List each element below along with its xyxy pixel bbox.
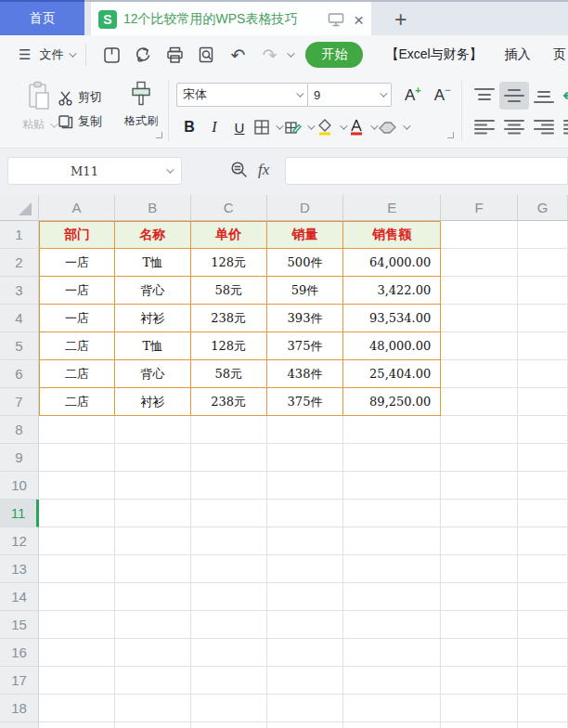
name-box[interactable]: M11 <box>7 157 182 185</box>
cell-G11[interactable] <box>518 500 568 527</box>
save-button[interactable] <box>96 42 127 68</box>
ribbon-tab-4[interactable]: 页 <box>553 46 566 63</box>
cell-D2[interactable]: 500件 <box>267 249 344 277</box>
document-tab[interactable]: S 12个比较常用的WPS表格技巧 × <box>91 2 371 37</box>
column-header-C[interactable]: C <box>191 195 267 221</box>
cell-F12[interactable] <box>441 527 518 555</box>
ribbon-tab-1[interactable]: 开始 <box>305 42 363 68</box>
cell-G4[interactable] <box>518 305 568 332</box>
cell-C10[interactable] <box>191 472 267 500</box>
close-tab-icon[interactable]: × <box>354 11 364 29</box>
cell-A1[interactable]: 部门 <box>39 221 115 249</box>
cell-E5[interactable]: 48,000.00 <box>343 332 441 360</box>
font-color-button[interactable] <box>348 115 376 139</box>
cell-C11[interactable] <box>191 500 267 527</box>
cell-E12[interactable] <box>343 527 441 555</box>
cell-G17[interactable] <box>518 667 568 695</box>
row-header-2[interactable]: 2 <box>0 249 39 277</box>
cell-A7[interactable]: 二店 <box>39 388 115 416</box>
cell-E18[interactable] <box>343 695 441 722</box>
italic-button[interactable]: I <box>203 115 226 139</box>
column-header-D[interactable]: D <box>267 195 344 221</box>
row-header-9[interactable]: 9 <box>0 444 39 472</box>
cell-D13[interactable] <box>267 555 344 583</box>
cell-C14[interactable] <box>191 583 267 611</box>
cell-F2[interactable] <box>441 249 518 277</box>
align-middle-button[interactable] <box>499 82 529 110</box>
cell-F14[interactable] <box>441 583 518 611</box>
cell-A18[interactable] <box>39 695 115 722</box>
row-header-12[interactable]: 12 <box>0 527 39 555</box>
cell-E7[interactable]: 89,250.00 <box>343 388 441 416</box>
cell-A13[interactable] <box>39 555 115 583</box>
cell-F9[interactable] <box>441 444 518 472</box>
cell-E15[interactable] <box>343 611 441 639</box>
cell-D1[interactable]: 销量 <box>267 221 344 249</box>
cell-B19[interactable] <box>115 722 191 728</box>
cell-G16[interactable] <box>518 639 568 667</box>
cell-B11[interactable] <box>115 500 191 527</box>
align-right-button[interactable] <box>529 113 559 141</box>
cell-C4[interactable]: 238元 <box>191 305 267 332</box>
cell-C7[interactable]: 238元 <box>191 388 267 416</box>
row-header-11[interactable]: 11 <box>0 500 39 527</box>
clipboard-group-expander-icon[interactable] <box>156 132 162 138</box>
format-painter-button[interactable]: 格式刷 <box>117 81 165 129</box>
cell-A12[interactable] <box>39 527 115 555</box>
column-header-E[interactable]: E <box>343 195 441 221</box>
cell-B18[interactable] <box>115 695 191 722</box>
cell-D17[interactable] <box>267 667 344 695</box>
cell-G14[interactable] <box>518 583 568 611</box>
cell-D7[interactable]: 375件 <box>267 388 344 416</box>
cell-F6[interactable] <box>441 360 518 388</box>
cell-B5[interactable]: T恤 <box>115 332 191 360</box>
cell-A11[interactable] <box>39 500 115 527</box>
cell-D19[interactable] <box>267 722 344 728</box>
cell-G18[interactable] <box>518 695 568 722</box>
cell-B10[interactable] <box>115 472 191 500</box>
bold-button[interactable]: B <box>178 115 200 139</box>
cell-B7[interactable]: 衬衫 <box>115 388 191 416</box>
cell-G2[interactable] <box>518 249 568 277</box>
cell-B4[interactable]: 衬衫 <box>115 305 191 332</box>
cell-B16[interactable] <box>115 639 191 667</box>
cell-C12[interactable] <box>191 527 267 555</box>
row-header-13[interactable]: 13 <box>0 555 39 583</box>
cell-A5[interactable]: 二店 <box>39 332 115 360</box>
cell-F17[interactable] <box>441 667 518 695</box>
cell-B9[interactable] <box>115 444 191 472</box>
cell-C17[interactable] <box>191 667 267 695</box>
cell-G19[interactable] <box>518 722 568 728</box>
cell-B12[interactable] <box>115 527 191 555</box>
home-tab[interactable]: 首页 <box>0 0 84 35</box>
cell-E17[interactable] <box>343 667 441 695</box>
cell-E4[interactable]: 93,534.00 <box>343 305 441 332</box>
cell-A3[interactable]: 一店 <box>39 277 115 305</box>
cell-E3[interactable]: 3,422.00 <box>343 277 441 305</box>
cell-B14[interactable] <box>115 583 191 611</box>
cell-E11[interactable] <box>343 500 441 527</box>
borders-button[interactable] <box>253 115 281 139</box>
cell-A9[interactable] <box>39 444 115 472</box>
cell-F10[interactable] <box>441 472 518 500</box>
insert-function-fx-button[interactable]: fx <box>258 161 269 179</box>
cell-B15[interactable] <box>115 611 191 639</box>
cell-A6[interactable]: 二店 <box>39 360 115 388</box>
cell-G7[interactable] <box>518 388 568 416</box>
cell-C18[interactable] <box>191 695 267 722</box>
row-header-1[interactable]: 1 <box>0 221 39 249</box>
cell-A19[interactable] <box>39 722 115 728</box>
cell-G6[interactable] <box>518 360 568 388</box>
cell-F5[interactable] <box>441 332 518 360</box>
row-header-6[interactable]: 6 <box>0 360 39 388</box>
hamburger-menu-icon[interactable]: ☰ <box>19 46 31 63</box>
cell-B1[interactable]: 名称 <box>115 221 191 249</box>
cell-E1[interactable]: 销售额 <box>343 221 441 249</box>
cell-A14[interactable] <box>39 583 115 611</box>
cell-G1[interactable] <box>518 221 568 249</box>
undo-button[interactable]: ↶ <box>222 45 253 66</box>
print-preview-button[interactable] <box>190 42 222 68</box>
cell-C5[interactable]: 128元 <box>191 332 267 360</box>
cell-A10[interactable] <box>39 472 115 500</box>
row-header-14[interactable]: 14 <box>0 583 39 611</box>
